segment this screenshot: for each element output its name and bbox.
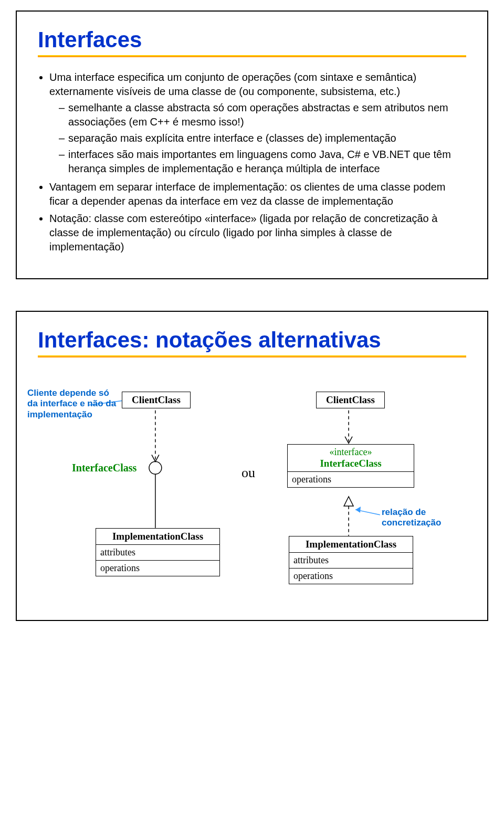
svg-marker-9	[355, 507, 361, 513]
label-text: InterfaceClass	[72, 462, 136, 473]
class-name: ClientClass	[122, 392, 190, 408]
class-name: ImplementationClass	[289, 536, 413, 552]
svg-point-1	[149, 461, 162, 474]
sub-item: semelhante a classe abstracta só com ope…	[59, 101, 466, 129]
uml-class-client-right: ClientClass	[316, 392, 385, 408]
uml-class-impl-left: ImplementationClass attributes operation…	[96, 528, 220, 576]
bullet-item: Uma interface especifica um conjunto de …	[49, 70, 466, 176]
interface-lollipop-label: InterfaceClass	[72, 461, 136, 474]
class-name: ImplementationClass	[96, 529, 219, 544]
uml-class-client-left: ClientClass	[122, 392, 191, 408]
note-realization: relação de concretização	[382, 507, 455, 529]
bullet-text: Uma interface especifica um conjunto de …	[49, 71, 416, 97]
class-name: InterfaceClass	[293, 458, 408, 471]
slide-title: Interfaces	[38, 27, 466, 52]
attributes-row: attributes	[96, 544, 219, 560]
sub-item: interfaces são mais importantes em lingu…	[59, 148, 466, 176]
svg-marker-7	[344, 497, 353, 506]
sub-list: semelhante a classe abstracta só com ope…	[49, 101, 466, 176]
operations-row: operations	[96, 560, 219, 576]
or-label: ou	[242, 465, 255, 481]
bullet-list: Uma interface especifica um conjunto de …	[38, 70, 466, 254]
operations-row: operations	[288, 471, 414, 487]
note-text: relação de concretização	[382, 507, 441, 528]
diagram: Cliente depende só da interface e não da…	[38, 378, 466, 615]
class-name: ClientClass	[317, 392, 384, 408]
attributes-row: attributes	[289, 552, 413, 568]
title-underline	[38, 355, 466, 357]
bullet-item: Vantagem em separar interface de impleme…	[49, 180, 466, 208]
stereotype: «interface»	[293, 447, 408, 458]
slide-interfaces: Interfaces Uma interface especifica um c…	[16, 10, 488, 279]
operations-row: operations	[289, 568, 413, 584]
uml-class-impl-right: ImplementationClass attributes operation…	[289, 536, 413, 584]
title-underline	[38, 55, 466, 57]
bullet-item: Notação: classe com estereótipo «interfa…	[49, 212, 466, 254]
slide-title: Interfaces: notações alternativas	[38, 328, 466, 353]
sub-item: separação mais explícita entre interface…	[59, 131, 466, 145]
note-client-depends: Cliente depende só da interface e não da…	[27, 388, 117, 420]
note-text: Cliente depende só da interface e não da…	[27, 388, 116, 419]
slide-notations: Interfaces: notações alternativas	[16, 311, 488, 621]
uml-interface-class: «interface» InterfaceClass operations	[287, 444, 414, 488]
svg-line-8	[355, 510, 380, 515]
